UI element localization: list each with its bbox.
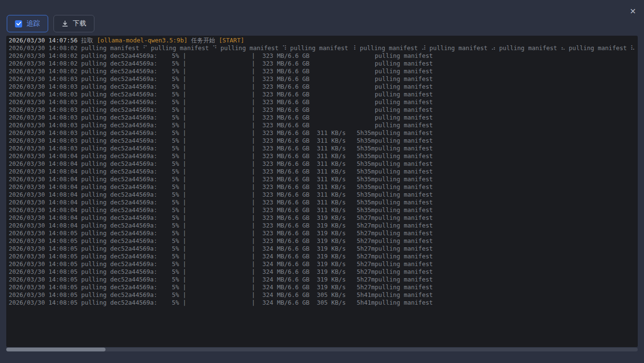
horizontal-scrollbar-track[interactable]	[6, 348, 638, 351]
log-line: 2026/03/30 14:08:05 pulling dec52a44569a…	[9, 245, 638, 253]
log-line: 2026/03/30 14:08:03 pulling dec52a44569a…	[9, 91, 638, 98]
log-line: 2026/03/30 14:08:02 pulling dec52a44569a…	[9, 67, 638, 75]
log-output[interactable]: 2026/03/30 14:07:56 拉取 [ollama-model-qwe…	[6, 36, 638, 347]
log-line: 2026/03/30 14:08:04 pulling dec52a44569a…	[9, 214, 638, 222]
log-line: 2026/03/30 14:08:03 pulling dec52a44569a…	[9, 114, 638, 121]
download-button[interactable]: 下载	[53, 15, 94, 32]
log-line: 2026/03/30 14:08:03 pulling dec52a44569a…	[9, 137, 638, 145]
log-line: 2026/03/30 14:08:04 pulling dec52a44569a…	[9, 222, 638, 229]
checkbox-checked-icon	[15, 20, 22, 27]
log-line: 2026/03/30 14:08:03 pulling dec52a44569a…	[9, 75, 638, 83]
log-line: 2026/03/30 14:08:03 pulling dec52a44569a…	[9, 129, 638, 137]
follow-toggle-button[interactable]: 追踪	[7, 15, 48, 32]
close-icon[interactable]: ✕	[628, 7, 638, 16]
log-line: 2026/03/30 14:08:04 pulling dec52a44569a…	[9, 191, 638, 199]
log-line: 2026/03/30 14:08:05 pulling dec52a44569a…	[9, 283, 638, 291]
log-line: 2026/03/30 14:08:05 pulling dec52a44569a…	[9, 276, 638, 283]
log-line: 2026/03/30 14:08:03 pulling dec52a44569a…	[9, 145, 638, 152]
log-line: 2026/03/30 14:08:02 pulling manifest ⠋ p…	[9, 44, 638, 52]
log-toolbar: 追踪 下载	[7, 15, 94, 32]
log-line: 2026/03/30 14:08:05 pulling dec52a44569a…	[9, 291, 638, 299]
log-line: 2026/03/30 14:08:02 pulling dec52a44569a…	[9, 52, 638, 60]
log-line: 2026/03/30 14:08:05 pulling dec52a44569a…	[9, 237, 638, 245]
log-line: 2026/03/30 14:08:02 pulling dec52a44569a…	[9, 60, 638, 67]
log-line: 2026/03/30 14:08:04 pulling dec52a44569a…	[9, 183, 638, 191]
log-line: 2026/03/30 14:08:04 pulling dec52a44569a…	[9, 160, 638, 168]
log-line: 2026/03/30 14:08:03 pulling dec52a44569a…	[9, 98, 638, 106]
log-line: 2026/03/30 14:07:56 拉取 [ollama-model-qwe…	[9, 37, 638, 44]
log-line: 2026/03/30 14:08:03 pulling dec52a44569a…	[9, 83, 638, 91]
log-line: 2026/03/30 14:08:05 pulling dec52a44569a…	[9, 260, 638, 268]
log-line: 2026/03/30 14:08:05 pulling dec52a44569a…	[9, 229, 638, 237]
log-line: 2026/03/30 14:08:04 pulling dec52a44569a…	[9, 168, 638, 175]
download-button-label: 下载	[73, 19, 86, 28]
log-line: 2026/03/30 14:08:03 pulling dec52a44569a…	[9, 121, 638, 129]
follow-button-label: 追踪	[26, 19, 40, 28]
log-line: 2026/03/30 14:08:04 pulling dec52a44569a…	[9, 199, 638, 206]
horizontal-scrollbar-thumb[interactable]	[6, 348, 105, 351]
log-line: 2026/03/30 14:08:05 pulling dec52a44569a…	[9, 299, 638, 307]
log-line: 2026/03/30 14:08:03 pulling dec52a44569a…	[9, 106, 638, 114]
log-line: 2026/03/30 14:08:04 pulling dec52a44569a…	[9, 152, 638, 160]
log-line: 2026/03/30 14:08:04 pulling dec52a44569a…	[9, 206, 638, 214]
log-line: 2026/03/30 14:08:04 pulling dec52a44569a…	[9, 175, 638, 183]
log-line: 2026/03/30 14:08:05 pulling dec52a44569a…	[9, 253, 638, 260]
log-line: 2026/03/30 14:08:05 pulling dec52a44569a…	[9, 268, 638, 276]
download-icon	[62, 20, 68, 27]
